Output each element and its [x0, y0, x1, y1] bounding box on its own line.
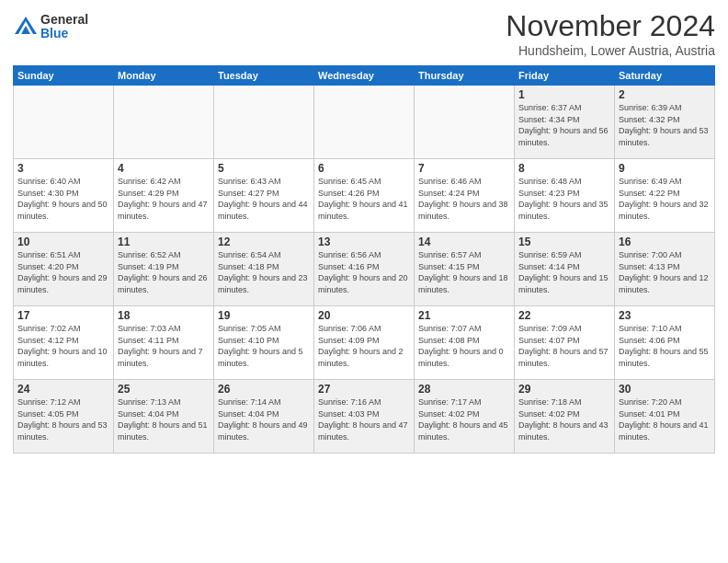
calendar-cell: 10Sunrise: 6:51 AM Sunset: 4:20 PM Dayli…	[14, 233, 114, 306]
col-sunday: Sunday	[14, 66, 114, 86]
day-info: Sunrise: 6:37 AM Sunset: 4:34 PM Dayligh…	[518, 102, 610, 148]
day-number: 1	[518, 88, 610, 101]
day-number: 11	[118, 236, 210, 248]
location-title: Hundsheim, Lower Austria, Austria	[506, 43, 715, 58]
calendar-cell: 5Sunrise: 6:43 AM Sunset: 4:27 PM Daylig…	[214, 159, 314, 233]
calendar-cell: 14Sunrise: 6:57 AM Sunset: 4:15 PM Dayli…	[415, 233, 515, 306]
col-thursday: Thursday	[415, 66, 515, 86]
day-number: 14	[418, 236, 510, 248]
calendar-cell: 26Sunrise: 7:14 AM Sunset: 4:04 PM Dayli…	[214, 380, 314, 454]
day-info: Sunrise: 7:02 AM Sunset: 4:12 PM Dayligh…	[17, 323, 109, 369]
day-number: 9	[619, 162, 711, 175]
calendar-cell: 16Sunrise: 7:00 AM Sunset: 4:13 PM Dayli…	[615, 233, 715, 306]
day-info: Sunrise: 7:03 AM Sunset: 4:11 PM Dayligh…	[118, 323, 210, 369]
col-monday: Monday	[114, 66, 214, 86]
calendar-cell: 2Sunrise: 6:39 AM Sunset: 4:32 PM Daylig…	[615, 86, 715, 159]
calendar-cell	[314, 86, 415, 159]
day-info: Sunrise: 6:56 AM Sunset: 4:16 PM Dayligh…	[318, 249, 410, 295]
calendar-cell: 27Sunrise: 7:16 AM Sunset: 4:03 PM Dayli…	[314, 380, 415, 454]
page-container: General Blue November 2024 Hundsheim, Lo…	[0, 0, 728, 461]
col-wednesday: Wednesday	[314, 66, 415, 86]
day-info: Sunrise: 7:18 AM Sunset: 4:02 PM Dayligh…	[518, 396, 610, 442]
logo-text: General Blue	[40, 13, 88, 41]
day-number: 15	[518, 236, 610, 248]
day-number: 4	[118, 162, 210, 175]
calendar-cell: 19Sunrise: 7:05 AM Sunset: 4:10 PM Dayli…	[214, 306, 314, 380]
day-info: Sunrise: 7:20 AM Sunset: 4:01 PM Dayligh…	[619, 396, 711, 442]
day-info: Sunrise: 7:17 AM Sunset: 4:02 PM Dayligh…	[418, 396, 510, 442]
calendar-cell	[114, 86, 214, 159]
day-info: Sunrise: 7:06 AM Sunset: 4:09 PM Dayligh…	[318, 323, 410, 369]
day-info: Sunrise: 6:52 AM Sunset: 4:19 PM Dayligh…	[118, 249, 210, 295]
col-friday: Friday	[515, 66, 615, 86]
calendar-cell: 30Sunrise: 7:20 AM Sunset: 4:01 PM Dayli…	[615, 380, 715, 454]
day-info: Sunrise: 6:57 AM Sunset: 4:15 PM Dayligh…	[418, 249, 510, 295]
day-info: Sunrise: 6:49 AM Sunset: 4:22 PM Dayligh…	[619, 176, 711, 222]
calendar-cell: 6Sunrise: 6:45 AM Sunset: 4:26 PM Daylig…	[314, 159, 415, 233]
day-info: Sunrise: 7:07 AM Sunset: 4:08 PM Dayligh…	[418, 323, 510, 369]
calendar-cell: 17Sunrise: 7:02 AM Sunset: 4:12 PM Dayli…	[14, 306, 114, 380]
day-info: Sunrise: 6:43 AM Sunset: 4:27 PM Dayligh…	[218, 176, 310, 222]
day-info: Sunrise: 7:14 AM Sunset: 4:04 PM Dayligh…	[218, 396, 310, 442]
calendar-header-row: Sunday Monday Tuesday Wednesday Thursday…	[14, 66, 715, 86]
day-info: Sunrise: 6:40 AM Sunset: 4:30 PM Dayligh…	[17, 176, 109, 222]
day-info: Sunrise: 6:51 AM Sunset: 4:20 PM Dayligh…	[17, 249, 109, 295]
calendar-week-4: 24Sunrise: 7:12 AM Sunset: 4:05 PM Dayli…	[14, 380, 715, 454]
day-number: 25	[118, 383, 210, 396]
day-info: Sunrise: 7:13 AM Sunset: 4:04 PM Dayligh…	[118, 396, 210, 442]
calendar-cell: 15Sunrise: 6:59 AM Sunset: 4:14 PM Dayli…	[515, 233, 615, 306]
month-title: November 2024	[506, 9, 715, 43]
calendar-cell: 4Sunrise: 6:42 AM Sunset: 4:29 PM Daylig…	[114, 159, 214, 233]
day-number: 26	[218, 383, 310, 396]
calendar-cell: 20Sunrise: 7:06 AM Sunset: 4:09 PM Dayli…	[314, 306, 415, 380]
day-number: 13	[318, 236, 410, 248]
calendar-cell	[415, 86, 515, 159]
calendar-cell: 7Sunrise: 6:46 AM Sunset: 4:24 PM Daylig…	[415, 159, 515, 233]
day-info: Sunrise: 6:54 AM Sunset: 4:18 PM Dayligh…	[218, 249, 310, 295]
day-info: Sunrise: 7:00 AM Sunset: 4:13 PM Dayligh…	[619, 249, 711, 295]
calendar-cell: 25Sunrise: 7:13 AM Sunset: 4:04 PM Dayli…	[114, 380, 214, 454]
day-number: 10	[17, 236, 109, 248]
day-number: 22	[518, 309, 610, 322]
day-number: 3	[17, 162, 109, 175]
col-tuesday: Tuesday	[214, 66, 314, 86]
calendar-cell: 29Sunrise: 7:18 AM Sunset: 4:02 PM Dayli…	[515, 380, 615, 454]
day-info: Sunrise: 6:46 AM Sunset: 4:24 PM Dayligh…	[418, 176, 510, 222]
day-info: Sunrise: 6:39 AM Sunset: 4:32 PM Dayligh…	[619, 102, 711, 148]
day-number: 2	[619, 88, 711, 101]
calendar-cell: 8Sunrise: 6:48 AM Sunset: 4:23 PM Daylig…	[515, 159, 615, 233]
day-number: 16	[619, 236, 711, 248]
day-number: 19	[218, 309, 310, 322]
day-number: 23	[619, 309, 711, 322]
day-info: Sunrise: 6:45 AM Sunset: 4:26 PM Dayligh…	[318, 176, 410, 222]
day-info: Sunrise: 7:05 AM Sunset: 4:10 PM Dayligh…	[218, 323, 310, 369]
calendar-cell: 22Sunrise: 7:09 AM Sunset: 4:07 PM Dayli…	[515, 306, 615, 380]
calendar-cell	[214, 86, 314, 159]
header: General Blue November 2024 Hundsheim, Lo…	[13, 9, 715, 58]
calendar-table: Sunday Monday Tuesday Wednesday Thursday…	[13, 65, 715, 454]
calendar-cell: 12Sunrise: 6:54 AM Sunset: 4:18 PM Dayli…	[214, 233, 314, 306]
calendar-cell: 13Sunrise: 6:56 AM Sunset: 4:16 PM Dayli…	[314, 233, 415, 306]
calendar-cell: 11Sunrise: 6:52 AM Sunset: 4:19 PM Dayli…	[114, 233, 214, 306]
day-number: 6	[318, 162, 410, 175]
title-block: November 2024 Hundsheim, Lower Austria, …	[506, 9, 715, 58]
calendar-cell: 24Sunrise: 7:12 AM Sunset: 4:05 PM Dayli…	[14, 380, 114, 454]
calendar-cell: 3Sunrise: 6:40 AM Sunset: 4:30 PM Daylig…	[14, 159, 114, 233]
day-number: 20	[318, 309, 410, 322]
day-number: 18	[118, 309, 210, 322]
logo-general: General	[40, 13, 88, 27]
calendar-cell: 18Sunrise: 7:03 AM Sunset: 4:11 PM Dayli…	[114, 306, 214, 380]
day-info: Sunrise: 6:42 AM Sunset: 4:29 PM Dayligh…	[118, 176, 210, 222]
day-number: 28	[418, 383, 510, 396]
calendar-week-1: 3Sunrise: 6:40 AM Sunset: 4:30 PM Daylig…	[14, 159, 715, 233]
day-number: 21	[418, 309, 510, 322]
day-info: Sunrise: 6:59 AM Sunset: 4:14 PM Dayligh…	[518, 249, 610, 295]
calendar-week-3: 17Sunrise: 7:02 AM Sunset: 4:12 PM Dayli…	[14, 306, 715, 380]
calendar-cell: 1Sunrise: 6:37 AM Sunset: 4:34 PM Daylig…	[515, 86, 615, 159]
calendar-week-2: 10Sunrise: 6:51 AM Sunset: 4:20 PM Dayli…	[14, 233, 715, 306]
day-info: Sunrise: 7:10 AM Sunset: 4:06 PM Dayligh…	[619, 323, 711, 369]
calendar-cell: 23Sunrise: 7:10 AM Sunset: 4:06 PM Dayli…	[615, 306, 715, 380]
logo: General Blue	[13, 13, 88, 41]
day-number: 8	[518, 162, 610, 175]
day-number: 30	[619, 383, 711, 396]
